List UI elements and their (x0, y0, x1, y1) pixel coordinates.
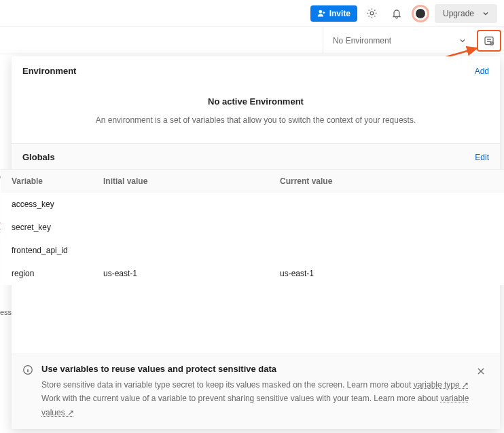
invite-button[interactable]: Invite (310, 5, 357, 22)
cell-initial: us-east-1 (103, 269, 280, 278)
cell-initial (103, 200, 280, 209)
notifications-button[interactable] (387, 4, 406, 23)
cell-variable: access_key (12, 200, 103, 209)
tip-line1: Store sensitive data in variable type se… (41, 380, 414, 390)
top-bar: Invite Upgrade (0, 0, 504, 27)
environment-panel: Environment Add No active Environment An… (12, 56, 500, 429)
col-header-variable: Variable (12, 176, 103, 186)
settings-button[interactable] (363, 4, 382, 23)
environment-quicklook-button[interactable] (477, 30, 501, 52)
gear-icon (366, 7, 378, 19)
person-plus-icon (317, 9, 326, 18)
table-row: secret_key (1, 216, 504, 239)
cell-current (280, 223, 500, 232)
table-row: regionus-east-1us-east-1 (1, 262, 504, 285)
table-row: frontend_api_id (1, 239, 504, 262)
upgrade-button[interactable]: Upgrade (435, 4, 497, 23)
avatar[interactable] (412, 5, 429, 22)
col-header-current: Current value (280, 176, 500, 186)
environment-bar: No Environment (0, 27, 504, 54)
tip-banner: Use variables to reuse values and protec… (12, 354, 500, 429)
edit-globals-button[interactable]: Edit (475, 153, 489, 162)
environment-title: Environment (22, 66, 76, 76)
globals-section: Globals Edit (12, 143, 500, 169)
add-environment-button[interactable]: Add (475, 67, 489, 76)
svg-point-0 (319, 10, 322, 14)
globals-title: Globals (22, 152, 55, 162)
cell-initial (103, 246, 280, 255)
environment-section: Environment Add No active Environment An… (12, 56, 500, 143)
tip-line2: Work with the current value of a variabl… (41, 394, 440, 403)
tip-title: Use variables to reuse values and protec… (41, 364, 489, 374)
globals-table: Variable Initial value Current value acc… (1, 169, 504, 285)
environment-current: No Environment (333, 36, 391, 45)
cell-variable: region (12, 269, 103, 278)
upgrade-label: Upgrade (443, 9, 474, 18)
table-row: access_key (1, 193, 504, 216)
environment-empty-state: No active Environment An environment is … (22, 79, 489, 131)
empty-env-desc: An environment is a set of variables tha… (63, 113, 448, 127)
close-icon (477, 367, 485, 375)
variable-type-link[interactable]: variable type ↗ (414, 380, 469, 390)
tip-close-button[interactable] (477, 364, 492, 379)
svg-point-1 (371, 12, 374, 15)
avatar-inner (416, 9, 425, 18)
cell-current: us-east-1 (280, 269, 500, 278)
chevron-down-icon (482, 10, 489, 17)
bell-icon (391, 8, 402, 19)
environment-selector[interactable]: No Environment (323, 27, 475, 54)
cell-variable: secret_key (12, 223, 103, 232)
tip-text: Store sensitive data in variable type se… (41, 378, 489, 419)
environment-quicklook-icon (484, 35, 494, 46)
info-icon (22, 364, 33, 375)
col-header-initial: Initial value (103, 176, 280, 186)
globals-table-header: Variable Initial value Current value (1, 170, 504, 193)
cell-initial (103, 223, 280, 232)
chevron-down-icon (459, 37, 466, 44)
obscured-text: ess (0, 308, 12, 316)
invite-label: Invite (329, 9, 350, 18)
cell-variable: frontend_api_id (12, 246, 103, 255)
cell-current (280, 246, 500, 255)
empty-env-title: No active Environment (63, 96, 448, 107)
cell-current (280, 200, 500, 209)
